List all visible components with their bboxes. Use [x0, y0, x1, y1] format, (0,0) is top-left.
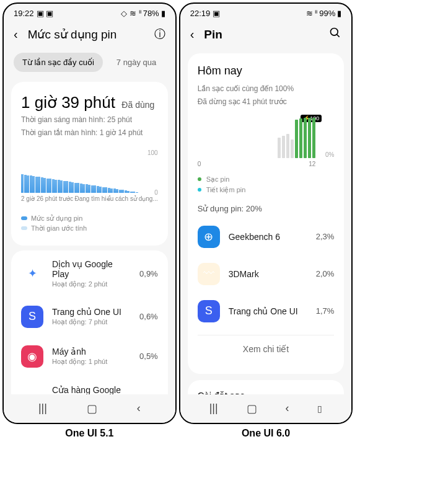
status-bar: 19:22 ▣ ▣ ◇ ≋ ᴵᴵ 78% ▮ — [4, 4, 175, 20]
app-row[interactable]: 〰 3DMark 2,0% — [198, 255, 335, 293]
x-12: 12 — [309, 161, 315, 167]
nav-bar: ||| ▢ ‹ ▯ — [180, 394, 352, 423]
info-icon[interactable]: ⓘ — [154, 27, 165, 42]
legend: Sạc pin Tiết kiệm pin — [198, 175, 335, 194]
page-title: Mức sử dụng pin — [28, 27, 144, 42]
app-pct: 0,9% — [139, 269, 158, 278]
notification-icon: ▣ — [213, 9, 220, 18]
app-icon: ◉ — [21, 345, 43, 368]
legend-charge: Sạc pin — [206, 175, 230, 184]
wifi-icon: ≋ ᴵᴵ — [306, 9, 318, 18]
header: ‹ Mức sử dụng pin ⓘ — [4, 20, 175, 48]
app-pct: 1,7% — [316, 306, 335, 316]
battery-chart[interactable]: ⚡100 0% 0 12 — [198, 115, 335, 170]
view-detail-button[interactable]: Xem chi tiết — [198, 335, 335, 363]
today-title: Hôm nay — [198, 64, 335, 78]
app-name: Trang chủ One UI — [52, 307, 131, 317]
app-detail: Hoạt động: 7 phút — [52, 318, 131, 326]
legend-usage: Mức sử dụng pin — [31, 215, 82, 223]
app-name: Máy ảnh — [52, 347, 131, 356]
page-title: Pin — [204, 28, 319, 42]
usage-header: Sử dụng pin: 20% — [198, 204, 335, 213]
nav-home[interactable]: ▢ — [87, 402, 97, 415]
app-row[interactable]: ⊕ Geekbench 6 2,3% — [198, 218, 335, 255]
battery-icon: ▮ — [161, 9, 165, 18]
nav-recents[interactable]: ||| — [209, 402, 218, 415]
caption-right: One UI 6.0 — [179, 428, 353, 439]
app-icon: S — [21, 306, 43, 328]
charge-info-2: Đã dừng sạc 41 phút trước — [198, 97, 335, 107]
tab-7-days[interactable]: 7 ngày qua — [108, 53, 165, 72]
svg-point-0 — [331, 29, 338, 36]
app-detail: Hoạt động: 1 phút — [52, 358, 131, 366]
status-time: 19:22 — [14, 9, 34, 18]
nav-back[interactable]: ‹ — [285, 402, 289, 415]
battery-pct: 78% — [143, 9, 159, 18]
phone-right: 22:19 ▣ ≋ ᴵᴵ 99% ▮ ‹ Pin Hôm nay — [179, 2, 353, 424]
battery-chart[interactable]: 100 0 2 giờ 26 phút trước Đang tìm hiểu … — [21, 149, 158, 208]
app-name: Dịch vụ Google Play — [52, 259, 131, 279]
tab-since-charge[interactable]: Từ lần sạc đầy cuối — [14, 53, 103, 72]
app-icon: ✦ — [21, 262, 43, 285]
app-row[interactable]: ◉ Máy ảnhHoạt động: 1 phút 0,5% — [11, 337, 168, 376]
nav-home[interactable]: ▢ — [247, 402, 257, 415]
app-name: Geekbench 6 — [229, 232, 307, 242]
back-button[interactable]: ‹ — [190, 27, 195, 42]
tabs: Từ lần sạc đầy cuối 7 ngày qua — [4, 48, 175, 77]
app-detail: Hoạt động: 2 phút — [52, 280, 131, 288]
wifi-icon: ◇ ≋ ᴵᴵ — [121, 9, 141, 18]
back-button[interactable]: ‹ — [14, 27, 18, 42]
app-icon: 〰 — [198, 263, 220, 285]
header: ‹ Pin — [180, 20, 352, 48]
nav-extra[interactable]: ▯ — [317, 404, 322, 414]
notification-icon: ▣ ▣ — [37, 9, 54, 18]
app-pct: 2,3% — [316, 232, 335, 241]
app-icon: S — [198, 300, 220, 322]
app-pct: 0,6% — [139, 312, 158, 321]
status-bar: 22:19 ▣ ≋ ᴵᴵ 99% ▮ — [180, 4, 352, 20]
nav-bar: ||| ▢ ‹ — [4, 394, 175, 423]
used-label: Đã dùng — [121, 100, 154, 110]
app-name: Trang chủ One UI — [229, 306, 307, 316]
app-pct: 0,5% — [139, 352, 158, 361]
y-0: 0% — [325, 151, 334, 158]
legend: Mức sử dụng pin Thời gian ước tính — [21, 215, 158, 232]
screen-on-text: Thời gian sáng màn hình: 25 phút — [21, 115, 158, 125]
svg-line-1 — [337, 35, 340, 37]
app-row[interactable]: S Trang chủ One UIHoạt động: 7 phút 0,6% — [11, 297, 168, 337]
screen-off-text: Thời gian tắt màn hình: 1 giờ 14 phút — [21, 128, 158, 138]
x-end: Đang tìm hiểu cách sử dụng... — [75, 195, 158, 202]
legend-estimate: Thời gian ước tính — [31, 224, 87, 232]
phone-left: 19:22 ▣ ▣ ◇ ≋ ᴵᴵ 78% ▮ ‹ Mức sử dụng pin… — [2, 2, 177, 424]
today-card: Hôm nay Lần sạc cuối cùng đến 100% Đã dừ… — [188, 53, 345, 374]
status-time: 22:19 — [190, 9, 211, 18]
app-name: 3DMark — [229, 269, 307, 279]
nav-back[interactable]: ‹ — [137, 402, 141, 415]
y-axis-0: 0 — [154, 189, 158, 196]
app-row[interactable]: S Trang chủ One UI 1,7% — [198, 293, 335, 330]
x-0: 0 — [198, 161, 201, 167]
battery-pct: 99% — [319, 9, 335, 18]
caption-left: One UI 5.1 — [2, 428, 177, 439]
app-pct: 2,0% — [316, 269, 335, 278]
nav-recents[interactable]: ||| — [38, 402, 47, 415]
usage-card: 1 giờ 39 phút Đã dùng Thời gian sáng màn… — [11, 82, 168, 246]
duration-value: 1 giờ 39 phút — [21, 93, 115, 112]
app-icon: ⊕ — [198, 226, 220, 248]
legend-saver: Tiết kiệm pin — [206, 186, 246, 194]
charge-info-1: Lần sạc cuối cùng đến 100% — [198, 84, 335, 94]
app-row[interactable]: ✦ Dịch vụ Google PlayHoạt động: 2 phút 0… — [11, 250, 168, 297]
app-list: ⊕ Geekbench 6 2,3%〰 3DMark 2,0%S Trang c… — [198, 218, 335, 330]
battery-icon: ▮ — [337, 9, 341, 18]
x-start: 2 giờ 26 phút trước — [21, 195, 73, 202]
search-icon[interactable] — [329, 27, 341, 42]
